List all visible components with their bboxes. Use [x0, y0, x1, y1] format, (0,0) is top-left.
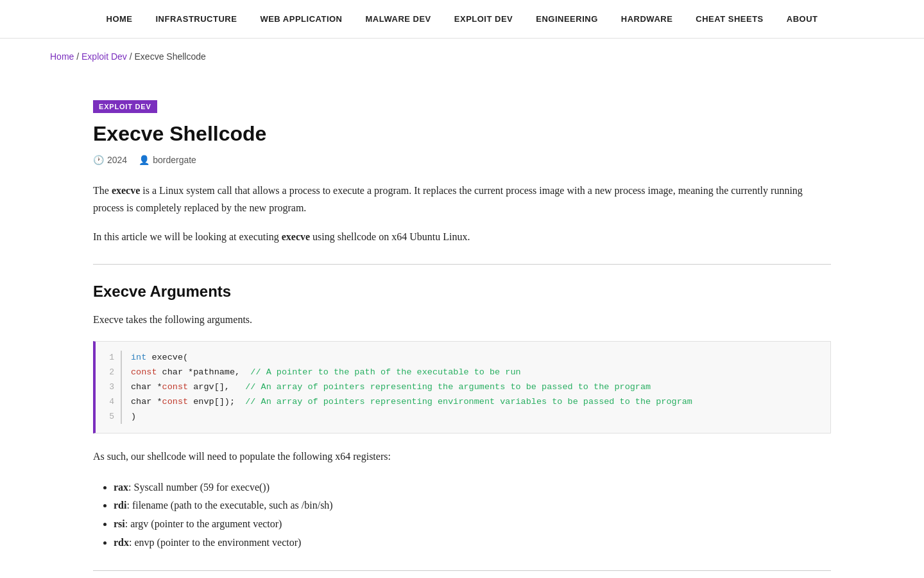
- section1-title: Execve Arguments: [93, 283, 831, 301]
- line-number: 2: [107, 365, 121, 380]
- breadcrumb-home-link[interactable]: Home: [50, 51, 74, 62]
- breadcrumb: Home / Exploit Dev / Execve Shellcode: [0, 39, 924, 74]
- article-meta: 🕐 2024 👤 bordergate: [93, 155, 831, 165]
- intro-paragraph-2: In this article we will be looking at ex…: [93, 228, 831, 245]
- meta-author: 👤 bordergate: [139, 155, 196, 165]
- divider-1: [93, 264, 831, 265]
- kw-comment-token: // An array of pointers representing env…: [245, 397, 692, 407]
- register-item: rdi: filename (path to the executable, s…: [114, 496, 831, 515]
- code-block-execve: 1int execve(2const char *pathname, // A …: [93, 341, 831, 434]
- user-icon: 👤: [139, 155, 150, 165]
- register-item: rsi: argv (pointer to the argument vecto…: [114, 515, 831, 534]
- execve-bold-2: execve: [282, 231, 310, 242]
- line-number: 4: [107, 395, 121, 410]
- category-badge: EXPLOIT DEV: [93, 100, 157, 113]
- line-code: ): [121, 410, 692, 425]
- register-name: rdx: [114, 537, 129, 548]
- nav-item-about[interactable]: ABOUT: [775, 0, 830, 39]
- line-code: char *const envp[]); // An array of poin…: [121, 395, 692, 410]
- nav-item-malware-dev[interactable]: MALWARE DEV: [354, 0, 443, 39]
- clock-icon: 🕐: [93, 155, 104, 165]
- registers-list: rax: Syscall number (59 for execve())rdi…: [93, 478, 831, 552]
- meta-year: 🕐 2024: [93, 155, 127, 165]
- article-content: EXPLOIT DEV Execve Shellcode 🕐 2024 👤 bo…: [67, 81, 857, 578]
- line-code: const char *pathname, // A pointer to th…: [121, 365, 692, 380]
- nav-item-exploit-dev[interactable]: EXPLOIT DEV: [443, 0, 524, 39]
- line-code: char *const argv[], // An array of point…: [121, 380, 692, 395]
- nav-item-engineering[interactable]: ENGINEERING: [524, 0, 610, 39]
- section1-text: Execve takes the following arguments.: [93, 311, 831, 328]
- nav-item-hardware[interactable]: HARDWARE: [610, 0, 685, 39]
- main-nav: HOMEINFRASTRUCTUREWEB APPLICATIONMALWARE…: [0, 0, 924, 39]
- register-item: rdx: envp (pointer to the environment ve…: [114, 534, 831, 552]
- nav-item-home[interactable]: HOME: [95, 0, 144, 39]
- page-title: Execve Shellcode: [93, 122, 831, 146]
- line-code: int execve(: [121, 351, 692, 365]
- breadcrumb-current: Execve Shellcode: [135, 51, 206, 62]
- execve-bold-1: execve: [112, 185, 140, 196]
- register-name: rax: [114, 482, 128, 493]
- breadcrumb-category-link[interactable]: Exploit Dev: [81, 51, 127, 62]
- register-name: rsi: [114, 518, 125, 529]
- register-item: rax: Syscall number (59 for execve()): [114, 478, 831, 497]
- kw-const-token: const: [131, 367, 157, 377]
- kw-comment-token: // An array of pointers representing the…: [245, 382, 651, 392]
- kw-comment-token: // A pointer to the path of the executab…: [250, 367, 520, 377]
- nav-item-web-application[interactable]: WEB APPLICATION: [248, 0, 354, 39]
- registers-intro: As such, our shellcode will need to popu…: [93, 448, 831, 465]
- kw-int-token: int: [131, 353, 146, 362]
- line-number: 5: [107, 410, 121, 425]
- line-number: 1: [107, 351, 121, 365]
- kw-const-token: const: [162, 382, 189, 392]
- line-number: 3: [107, 380, 121, 395]
- register-name: rdi: [114, 500, 126, 511]
- intro-paragraph-1: The execve is a Linux system call that a…: [93, 182, 831, 216]
- kw-const-token: const: [162, 397, 189, 407]
- nav-item-cheat-sheets[interactable]: CHEAT SHEETS: [684, 0, 774, 39]
- nav-item-infrastructure[interactable]: INFRASTRUCTURE: [144, 0, 249, 39]
- divider-2: [93, 570, 831, 571]
